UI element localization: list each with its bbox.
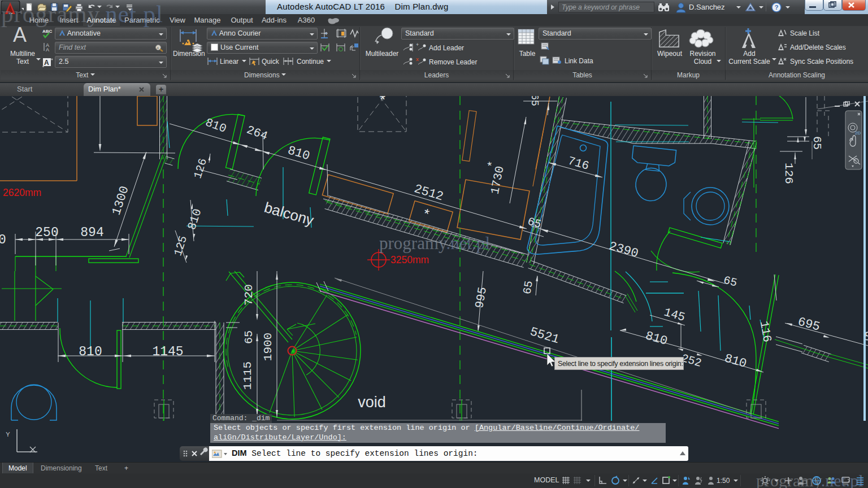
svg-text:810: 810 [286,143,311,163]
svg-text:810: 810 [644,329,669,348]
svg-text:995: 995 [473,286,489,309]
svg-text:1730: 1730 [489,165,507,195]
svg-text:810: 810 [185,207,205,232]
svg-text:A: A [46,47,49,52]
svg-text:A: A [156,46,159,50]
svg-text:716: 716 [566,154,591,173]
svg-text:balcony: balcony [262,199,315,229]
svg-text:x: x [416,56,419,62]
svg-text:65: 65 [722,274,739,290]
svg-text:*: * [485,160,500,169]
svg-text:145: 145 [662,306,687,324]
svg-text:65: 65 [810,136,823,150]
svg-text:+: + [416,42,419,47]
svg-text:1145: 1145 [152,345,183,359]
svg-text:Select line to specify extensi: Select line to specify extension lines o… [558,360,683,368]
svg-text:ABC: ABC [42,29,53,34]
svg-text:void: void [358,394,386,411]
svg-text:*: * [378,96,387,110]
svg-text:810: 810 [203,116,228,136]
svg-text:894: 894 [80,225,103,240]
svg-text:1900: 1900 [262,333,275,361]
svg-text:2512: 2512 [413,182,445,204]
svg-text:1300: 1300 [110,184,132,217]
svg-text:*: * [420,207,432,224]
svg-text:116: 116 [757,320,774,343]
svg-text:126: 126 [782,163,795,184]
svg-text:1115: 1115 [241,361,254,390]
svg-text:65: 65 [529,96,540,106]
svg-text:5521: 5521 [528,325,561,347]
svg-text:3250mm: 3250mm [390,254,429,265]
svg-text:264: 264 [245,124,269,143]
svg-text:250: 250 [35,225,58,240]
svg-text:65: 65 [520,280,536,295]
svg-text:programy.net.pl: programy.net.pl [379,233,490,253]
svg-text:Y: Y [6,431,10,438]
svg-text:2390: 2390 [607,239,640,261]
svg-text:810: 810 [79,345,102,359]
svg-text:695: 695 [796,315,822,334]
svg-text:720: 720 [242,284,255,306]
svg-text:65: 65 [242,330,255,344]
svg-text:810: 810 [723,351,748,371]
svg-text:0: 0 [0,233,6,247]
svg-text:126: 126 [191,157,210,180]
svg-text:2D: 2D [855,130,861,136]
svg-text:?: ? [775,4,779,11]
svg-text:2620mm: 2620mm [3,187,41,198]
svg-text:A: A [44,59,49,67]
